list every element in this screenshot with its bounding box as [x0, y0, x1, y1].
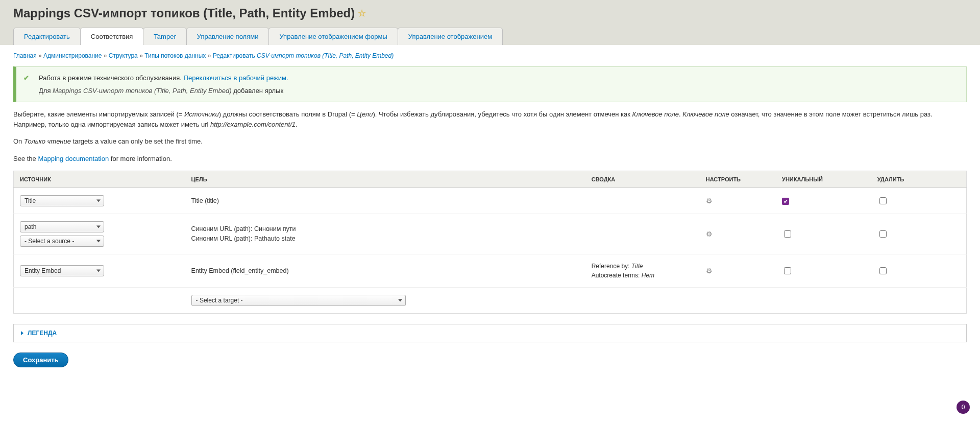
- page-title-text: Mappings CSV-импорт топиков (Title, Path…: [13, 6, 355, 20]
- tab-manage-display[interactable]: Управление отображением: [398, 28, 503, 45]
- unique-checkbox[interactable]: ✔: [782, 198, 789, 205]
- legend-label: Легенда: [28, 330, 57, 337]
- tab-manage-fields[interactable]: Управление полями: [186, 28, 270, 45]
- mapping-row: path - Select a source - Синоним URL (pa…: [14, 214, 967, 254]
- breadcrumb-admin[interactable]: Администрирование: [43, 52, 102, 59]
- mapping-row: Title Title (title) ⚙ ✔: [14, 188, 967, 214]
- summary-block: Reference by: Title Autocreate terms: Не…: [592, 262, 694, 280]
- delete-checkbox[interactable]: [879, 230, 887, 238]
- maintenance-switch-link[interactable]: Переключиться в рабочий режим.: [184, 74, 288, 82]
- unique-checkbox[interactable]: [784, 230, 791, 238]
- help-paragraph-3: See the Mapping documentation for more i…: [13, 154, 967, 164]
- col-delete: Удалить: [871, 171, 967, 188]
- mapping-row: Entity Embed Entity Embed (field_entity_…: [14, 254, 967, 288]
- help-paragraph-1: Выберите, какие элементы импортируемых з…: [13, 109, 967, 129]
- breadcrumb-feed-types[interactable]: Типы потоков данных: [144, 52, 206, 59]
- breadcrumb: Главная » Администрирование » Структура …: [13, 52, 967, 59]
- primary-tabs: Редактировать Соответствия Tamper Управл…: [13, 28, 967, 45]
- col-unique: Уникальный: [776, 171, 871, 188]
- mappings-table: Источник Цель Сводка Настроить Уникальны…: [13, 171, 967, 314]
- source-select[interactable]: - Select a source -: [20, 236, 104, 247]
- check-icon: ✔: [23, 74, 29, 82]
- tab-manage-form-display[interactable]: Управление отображением формы: [268, 28, 398, 45]
- col-summary: Сводка: [585, 171, 700, 188]
- tab-mappings[interactable]: Соответствия: [80, 28, 144, 45]
- gear-icon[interactable]: ⚙: [706, 230, 713, 238]
- delete-checkbox[interactable]: [879, 267, 887, 274]
- gear-icon[interactable]: ⚙: [706, 197, 713, 205]
- page-title: Mappings CSV-импорт топиков (Title, Path…: [13, 6, 967, 20]
- col-configure: Настроить: [700, 171, 776, 188]
- mapping-doc-link[interactable]: Mapping documentation: [38, 155, 109, 162]
- favorite-star-icon[interactable]: ☆: [358, 8, 366, 19]
- target-cell: Title (title): [185, 188, 585, 214]
- target-cell: Синоним URL (path): Синоним пути Синоним…: [185, 214, 585, 254]
- breadcrumb-home[interactable]: Главная: [13, 52, 37, 59]
- new-mapping-row: - Select a target -: [14, 288, 967, 314]
- gear-icon[interactable]: ⚙: [706, 267, 713, 275]
- source-select[interactable]: path: [20, 221, 104, 232]
- col-target: Цель: [185, 171, 585, 188]
- unique-checkbox[interactable]: [784, 267, 791, 274]
- save-button[interactable]: Сохранить: [13, 353, 68, 367]
- new-target-select[interactable]: - Select a target -: [191, 295, 406, 306]
- col-source: Источник: [14, 171, 185, 188]
- triangle-right-icon: [21, 331, 23, 335]
- target-cell: Entity Embed (field_entity_embed): [185, 254, 585, 288]
- tab-tamper[interactable]: Tamper: [143, 28, 186, 45]
- maintenance-text: Работа в режиме технического обслуживани…: [39, 74, 184, 82]
- source-select[interactable]: Title: [20, 195, 104, 206]
- breadcrumb-structure[interactable]: Структура: [109, 52, 138, 59]
- tab-edit[interactable]: Редактировать: [13, 28, 81, 45]
- source-select[interactable]: Entity Embed: [20, 265, 104, 276]
- legend-details[interactable]: Легенда: [13, 324, 967, 342]
- help-paragraph-2: On Только чтение targets a value can onl…: [13, 136, 967, 147]
- breadcrumb-current[interactable]: Редактировать CSV-импорт топиков (Title,…: [213, 52, 394, 59]
- status-messages: ✔ Работа в режиме технического обслужива…: [13, 66, 967, 102]
- delete-checkbox[interactable]: [879, 197, 887, 204]
